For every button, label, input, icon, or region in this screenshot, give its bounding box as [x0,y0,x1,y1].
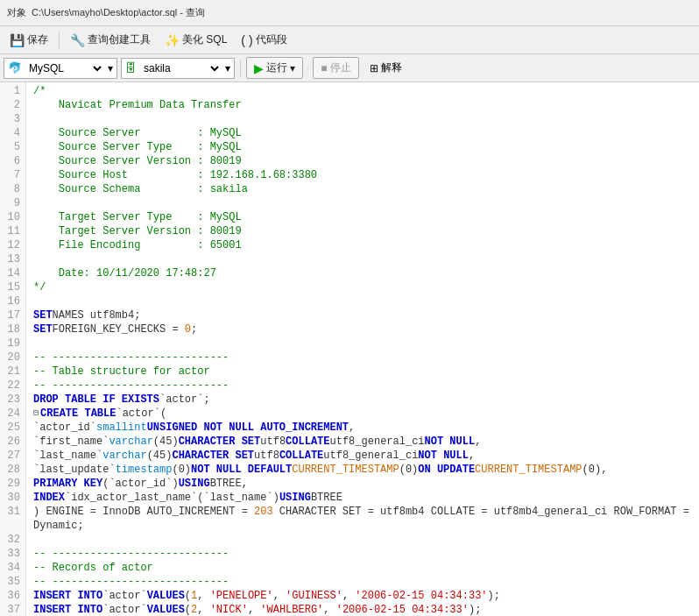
run-button[interactable]: ▶ 运行 ▾ [246,57,303,79]
line-number [0,519,25,533]
stop-icon: ■ [321,62,327,74]
line-number: 33 [0,547,25,561]
schema-icon: 🗄 [125,61,137,74]
code-line[interactable]: INSERT INTO `actor` VALUES (2, 'NICK', '… [26,603,699,616]
line-number: 5 [0,140,25,154]
line-number: 6 [0,154,25,168]
code-line[interactable]: Source Schema : sakila [26,182,699,196]
line-number: 8 [0,182,25,196]
explain-button[interactable]: ⊞ 解释 [363,58,409,78]
beautify-icon: ✨ [165,33,180,47]
line-number: 3 [0,112,25,126]
line-number: 12 [0,238,25,252]
line-number: 9 [0,196,25,210]
line-number: 14 [0,266,25,280]
code-line[interactable]: -- ---------------------------- [26,547,699,561]
code-line[interactable]: -- ---------------------------- [26,379,699,393]
code-line[interactable]: `actor_id` smallint UNSIGNED NOT NULL AU… [26,421,699,435]
line-number: 35 [0,575,25,589]
line-number: 28 [0,463,25,477]
line-number: 25 [0,421,25,435]
line-number: 18 [0,322,25,336]
code-line[interactable]: `last_name` varchar(45) CHARACTER SET ut… [26,449,699,463]
query-build-icon: 🔧 [70,33,85,47]
code-line[interactable]: `last_update` timestamp(0) NOT NULL DEFA… [26,463,699,477]
line-number: 13 [0,252,25,266]
file-path: C:\Users\mayho\Desktop\actor.sql - 查询 [32,6,205,19]
line-number: 22 [0,379,25,393]
code-line[interactable]: PRIMARY KEY (`actor_id`) USING BTREE, [26,477,699,491]
code-line[interactable] [26,252,699,266]
object-label: 对象 [7,6,26,19]
code-line[interactable]: Navicat Premium Data Transfer [26,98,699,112]
toolbar2: 🐬 MySQL ▾ 🗄 sakila ▾ ▶ 运行 ▾ · ■ 停止 ⊞ 解释 [0,54,699,82]
code-line[interactable] [26,294,699,308]
line-number: 11 [0,224,25,238]
line-number: 36 [0,589,25,603]
beautify-button[interactable]: ✨ 美化 SQL [159,30,233,50]
db-schema-selector[interactable]: 🗄 sakila ▾ [121,58,235,79]
db-schema-select[interactable]: sakila [140,61,222,75]
code-line[interactable]: -- Table structure for actor [26,365,699,379]
mysql-icon: 🐬 [8,61,22,74]
code-line[interactable]: -- ---------------------------- [26,575,699,589]
code-line[interactable]: `first_name` varchar(45) CHARACTER SET u… [26,435,699,449]
code-line[interactable]: DROP TABLE IF EXISTS `actor`; [26,393,699,407]
explain-icon: ⊞ [370,62,378,74]
line-number: 17 [0,308,25,322]
code-line[interactable] [26,112,699,126]
code-line[interactable]: Target Server Version : 80019 [26,224,699,238]
query-build-button[interactable]: 🔧 查询创建工具 [64,30,157,50]
code-line[interactable] [26,533,699,547]
code-line[interactable] [26,196,699,210]
stop-button[interactable]: ■ 停止 [313,57,358,79]
code-snippet-button[interactable]: ( ) 代码段 [235,30,293,50]
line-number: 23 [0,393,25,407]
line-numbers: 1234567891011121314151617181920212223242… [0,82,26,616]
line-number: 10 [0,210,25,224]
line-number: 21 [0,365,25,379]
run-dropdown-icon: ▾ [290,62,295,74]
code-line[interactable]: Source Host : 192.168.1.68:3380 [26,168,699,182]
play-icon: ▶ [254,61,264,75]
title-bar: 对象 C:\Users\mayho\Desktop\actor.sql - 查询 [0,0,699,26]
code-line[interactable]: INDEX `idx_actor_last_name`(`last_name`)… [26,491,699,505]
line-number: 19 [0,336,25,350]
code-editor[interactable]: /* Navicat Premium Data Transfer Source … [26,82,699,616]
line-number: 15 [0,280,25,294]
save-icon: 💾 [10,33,25,47]
line-number: 27 [0,449,25,463]
code-line[interactable]: SET NAMES utf8mb4; [26,308,699,322]
line-number: 32 [0,533,25,547]
code-line[interactable]: -- ---------------------------- [26,350,699,365]
code-line[interactable]: /* [26,84,699,98]
code-line[interactable]: INSERT INTO `actor` VALUES (1, 'PENELOPE… [26,589,699,603]
line-number: 24 [0,407,25,421]
code-line[interactable]: File Encoding : 65001 [26,238,699,252]
db-engine-select[interactable]: MySQL [25,61,104,75]
code-line[interactable]: ) ENGINE = InnoDB AUTO_INCREMENT = 203 C… [26,505,699,519]
line-number: 31 [0,505,25,519]
code-line[interactable]: Source Server Type : MySQL [26,140,699,154]
separator [59,32,60,49]
code-line[interactable]: Source Server Version : 80019 [26,154,699,168]
code-line[interactable]: Source Server : MySQL [26,126,699,140]
save-button[interactable]: 💾 保存 [4,30,54,50]
code-line[interactable]: SET FOREIGN_KEY_CHECKS = 0; [26,322,699,336]
code-line[interactable]: */ [26,280,699,294]
line-number: 16 [0,294,25,308]
code-line[interactable]: Date: 10/11/2020 17:48:27 [26,266,699,280]
line-number: 20 [0,350,25,365]
run-sep: · [307,62,309,74]
code-line[interactable]: Dynamic; [26,519,699,533]
code-line[interactable]: ⊟CREATE TABLE `actor` ( [26,407,699,421]
line-number: 29 [0,477,25,491]
db-engine-selector[interactable]: 🐬 MySQL ▾ [4,58,117,79]
chevron-down-icon: ▾ [108,62,113,74]
code-line[interactable]: -- Records of actor [26,561,699,575]
code-line[interactable]: Target Server Type : MySQL [26,210,699,224]
line-number: 30 [0,491,25,505]
code-line[interactable] [26,336,699,350]
line-number: 37 [0,603,25,616]
line-number: 26 [0,435,25,449]
